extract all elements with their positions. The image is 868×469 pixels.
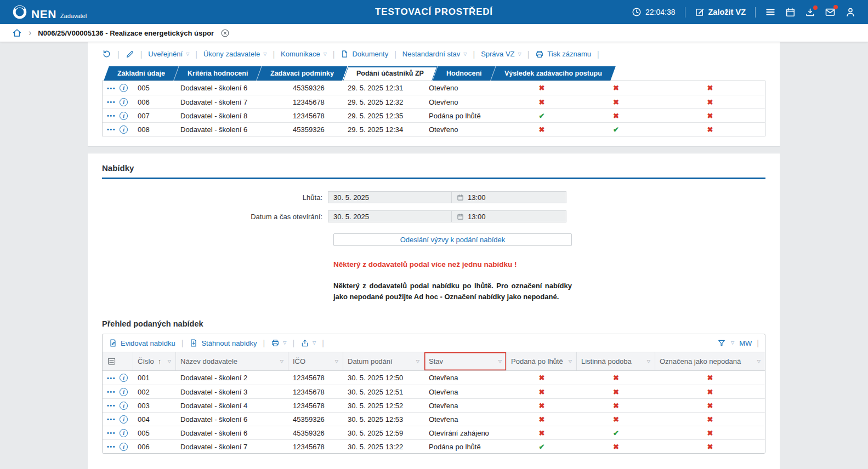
chevron-down-icon[interactable]: ▽ — [277, 359, 283, 364]
row-menu-icon[interactable]: ••• — [107, 388, 116, 395]
column-header-oznacena-jako-nepodana[interactable]: Označena jako nepodaná ▽ — [655, 352, 765, 370]
column-header-datum-podani[interactable]: Datum podání ▽ — [343, 352, 424, 370]
table-row[interactable]: ••• i 006 Dodavatel - školení 7 12345678… — [103, 439, 765, 453]
row-menu-icon[interactable]: ••• — [107, 375, 116, 381]
calendar-icon[interactable] — [785, 7, 796, 18]
info-icon[interactable]: i — [120, 402, 128, 410]
filter-icon[interactable] — [717, 339, 726, 347]
nen-logo[interactable]: NEN Zadavatel — [12, 4, 87, 20]
table-row[interactable]: ••• i 001 Dodavatel - školení 2 12345678… — [103, 371, 765, 385]
table-row[interactable]: ••• i 005 Dodavatel - školení 6 45359326… — [103, 81, 765, 95]
table-row[interactable]: ••• i 006 Dodavatel - školení 7 12345678… — [103, 95, 765, 108]
chevron-down-icon[interactable]: ▽ — [164, 359, 171, 364]
row-menu-icon[interactable]: ••• — [107, 416, 116, 422]
tab[interactable]: Výsledek zadávacího postupu — [490, 66, 615, 81]
print-button[interactable]: ▽ — [271, 339, 286, 347]
flag-icon: ✖ — [613, 443, 619, 451]
deadline-time-field[interactable]: 13:00 — [451, 191, 566, 203]
menu-sprava-vz[interactable]: Správa VZ ▽ — [481, 50, 521, 58]
row-menu-icon[interactable]: ••• — [107, 430, 116, 436]
info-icon[interactable]: i — [120, 429, 128, 437]
column-header-podana-po-lhute[interactable]: Podaná po lhůtě ▽ — [507, 352, 577, 370]
row-menu-icon[interactable]: ••• — [107, 402, 116, 409]
row-menu-icon[interactable]: ••• — [107, 126, 116, 133]
table-row[interactable]: ••• i 004 Dodavatel - školení 6 45359326… — [103, 412, 765, 426]
menu-dokumenty[interactable]: Dokumenty — [341, 50, 388, 58]
flag-icon: ✖ — [707, 388, 713, 396]
tab[interactable]: Kritéria hodnocení — [173, 66, 262, 81]
cell-notsubmitted-flag: ✖ — [655, 84, 765, 92]
view-selector[interactable]: MW — [739, 339, 752, 347]
row-menu-icon[interactable]: ••• — [107, 112, 116, 119]
breadcrumb-label[interactable]: N006/25/V00005136 - Realizace energetick… — [38, 29, 214, 37]
duplicate-offer-warning: Některý z dodavatelů podal více než jedn… — [333, 260, 572, 268]
cell-number: 003 — [133, 402, 176, 410]
column-header-listinna-podoba[interactable]: Listinná podoba ▽ — [577, 352, 655, 370]
tab[interactable]: Základní údaje — [104, 66, 178, 81]
chevron-down-icon[interactable]: ▽ — [565, 359, 572, 364]
menu-komunikace[interactable]: Komunikace ▽ — [281, 50, 327, 58]
info-icon[interactable]: i — [120, 112, 128, 120]
home-icon[interactable] — [12, 28, 22, 38]
mail-icon[interactable] — [825, 7, 836, 18]
create-vz-label: Založit VZ — [708, 8, 746, 16]
column-header-nazev-dodavatele[interactable]: Název dodavatele ▽ — [176, 352, 288, 370]
menu-label: Úkony zadavatele — [203, 50, 260, 58]
row-menu-icon[interactable]: ••• — [107, 443, 116, 450]
info-icon[interactable]: i — [120, 98, 128, 106]
table-row[interactable]: ••• i 003 Dodavatel - školení 4 12345678… — [103, 398, 765, 412]
cell-number: 008 — [133, 125, 176, 134]
deadline-date-field[interactable]: 30. 5. 2025 — [328, 191, 451, 203]
create-vz-button[interactable]: Založit VZ — [695, 7, 746, 17]
flag-icon: ✖ — [707, 98, 713, 106]
menu-nestandardni-stav[interactable]: Nestandardní stav ▽ — [402, 50, 467, 58]
chevron-down-icon[interactable]: ▽ — [332, 359, 338, 364]
info-icon[interactable]: i — [120, 84, 128, 92]
flag-icon: ✖ — [613, 112, 619, 120]
chevron-down-icon[interactable]: ▽ — [754, 359, 761, 364]
cell-supplier: Dodavatel - školení 6 — [176, 429, 288, 437]
tab[interactable]: Hodnocení — [433, 66, 496, 81]
row-menu-icon[interactable]: ••• — [107, 99, 116, 105]
cell-supplier: Dodavatel - školení 6 — [176, 84, 288, 92]
download-offers-button[interactable]: Stáhnout nabídky — [189, 339, 257, 347]
column-header-ico[interactable]: IČO ▽ — [288, 352, 343, 370]
history-icon[interactable] — [102, 49, 111, 59]
table-row[interactable]: ••• i 005 Dodavatel - školení 6 45359326… — [103, 426, 765, 439]
divider: | — [140, 50, 143, 59]
chevron-down-icon: ▽ — [283, 341, 286, 345]
chevron-down-icon[interactable]: ▽ — [644, 359, 650, 364]
row-controls: ••• i — [103, 443, 133, 451]
menu-ukony-zadavatele[interactable]: Úkony zadavatele ▽ — [203, 50, 267, 58]
chevron-down-icon[interactable]: ▽ — [413, 359, 419, 364]
tab[interactable]: Podání účastníků ZP — [343, 66, 438, 81]
user-icon[interactable] — [845, 7, 856, 18]
info-icon[interactable]: i — [120, 415, 128, 424]
row-menu-icon[interactable]: ••• — [107, 85, 116, 91]
tab[interactable]: Zadávací podmínky — [257, 66, 348, 81]
table-row[interactable]: ••• i 002 Dodavatel - školení 3 12345678… — [103, 385, 765, 398]
register-offer-button[interactable]: Evidovat nabídku — [109, 339, 175, 347]
info-icon[interactable]: i — [120, 388, 128, 396]
column-header-cislo[interactable]: Číslo ↑ ▽ — [133, 352, 176, 370]
column-header-stav[interactable]: Stav ▽ — [424, 352, 507, 370]
column-settings-header[interactable] — [103, 352, 133, 370]
table-row[interactable]: ••• i 007 Dodavatel - školení 8 12345678… — [103, 108, 765, 122]
info-icon[interactable]: i — [120, 374, 128, 382]
opening-time-field[interactable]: 13:00 — [451, 210, 566, 222]
menu-icon[interactable] — [765, 7, 776, 18]
info-icon[interactable]: i — [120, 125, 128, 134]
export-button[interactable]: ▽ — [300, 339, 316, 347]
send-invitation-button[interactable]: Odeslání výzvy k podání nabídek — [333, 233, 572, 246]
downloads-icon[interactable] — [805, 7, 815, 18]
info-icon[interactable]: i — [120, 443, 128, 451]
opening-date-field[interactable]: 30. 5. 2025 — [328, 210, 451, 222]
chevron-down-icon[interactable]: ▽ — [495, 359, 502, 364]
edit-icon[interactable] — [126, 50, 134, 59]
close-record-icon[interactable] — [220, 28, 230, 38]
menu-uverejneni[interactable]: Uveřejnění ▽ — [148, 50, 189, 58]
menu-tisk-zaznamu[interactable]: Tisk záznamu — [535, 50, 591, 59]
nen-logo-icon — [12, 4, 27, 20]
table-row[interactable]: ••• i 008 Dodavatel - školení 6 45359326… — [103, 122, 765, 136]
flag-icon: ✖ — [707, 84, 713, 92]
